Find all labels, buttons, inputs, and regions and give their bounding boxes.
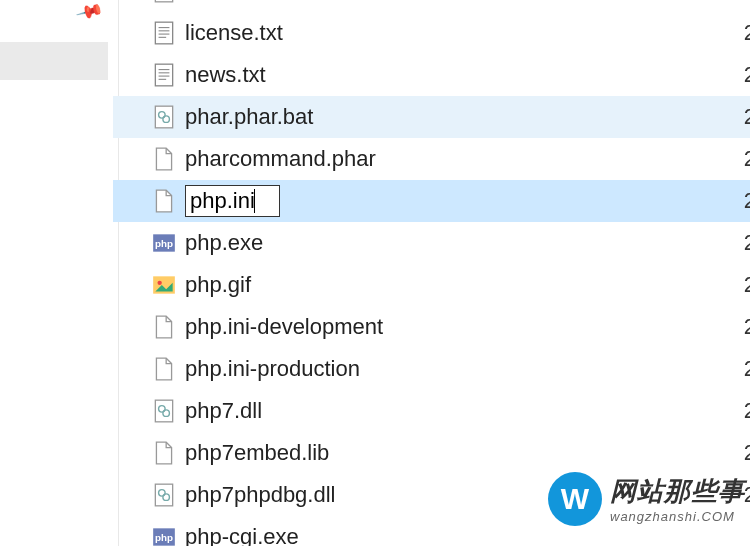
watermark-text-sub: wangzhanshi.COM — [610, 509, 745, 524]
php-exe-icon: php — [151, 524, 177, 546]
gear-dll-icon — [151, 482, 177, 508]
date-fragment: 2 — [744, 314, 750, 340]
date-fragment: 2 — [744, 272, 750, 298]
date-fragment: 2 — [744, 62, 750, 88]
file-name: php.exe — [185, 230, 263, 256]
svg-rect-3 — [155, 22, 172, 44]
gear-bat-icon — [151, 104, 177, 130]
table-row[interactable]: php7.dll2 — [113, 390, 750, 432]
date-fragment: 2 — [744, 20, 750, 46]
blank-icon — [151, 314, 177, 340]
file-name: libssh2.dll — [185, 0, 282, 4]
file-name: php.gif — [185, 272, 251, 298]
blank-icon — [151, 356, 177, 382]
php-exe-icon: php — [151, 230, 177, 256]
date-fragment: 2 — [744, 398, 750, 424]
sidebar: 📌 — [0, 0, 113, 546]
file-name: php7embed.lib — [185, 440, 329, 466]
blank-icon — [151, 146, 177, 172]
table-row[interactable]: php7embed.lib2 — [113, 432, 750, 474]
watermark-text-main: 网站那些事 — [610, 474, 745, 509]
file-name: php-cgi.exe — [185, 524, 299, 546]
date-fragment: 2 — [744, 104, 750, 130]
file-name: pharcommand.phar — [185, 146, 376, 172]
pin-icon: 📌 — [75, 0, 105, 26]
blank-icon — [151, 440, 177, 466]
file-list[interactable]: libssh2.dll2license.txt2news.txt2phar.ph… — [113, 0, 750, 546]
watermark: W 网站那些事 wangzhanshi.COM — [548, 472, 745, 526]
table-row[interactable]: libssh2.dll2 — [113, 0, 750, 12]
file-name: license.txt — [185, 20, 283, 46]
table-row[interactable]: php.gif2 — [113, 264, 750, 306]
table-row[interactable]: php.ini-production2 — [113, 348, 750, 390]
table-row[interactable]: phar.phar.bat2 — [113, 96, 750, 138]
text-icon — [151, 62, 177, 88]
table-row[interactable]: news.txt2 — [113, 54, 750, 96]
svg-text:php: php — [155, 238, 173, 249]
gear-dll-icon — [151, 0, 177, 4]
sidebar-item[interactable] — [0, 42, 108, 80]
svg-point-19 — [158, 281, 162, 285]
date-fragment: 2 — [744, 440, 750, 466]
file-name: php7phpdbg.dll — [185, 482, 335, 508]
svg-rect-0 — [155, 0, 172, 2]
date-fragment: 2 — [744, 0, 750, 4]
file-name: php.ini-production — [185, 356, 360, 382]
date-fragment: 2 — [744, 356, 750, 382]
table-row[interactable]: license.txt2 — [113, 12, 750, 54]
table-row[interactable]: php.ini-development2 — [113, 306, 750, 348]
file-name: php7.dll — [185, 398, 262, 424]
file-name: phar.phar.bat — [185, 104, 313, 130]
date-fragment: 2 — [744, 230, 750, 256]
svg-rect-8 — [155, 64, 172, 86]
gif-icon — [151, 272, 177, 298]
table-row[interactable]: pharcommand.phar2 — [113, 138, 750, 180]
file-name: php.ini-development — [185, 314, 383, 340]
table-row[interactable]: phpphp.exe2 — [113, 222, 750, 264]
svg-text:php: php — [155, 532, 173, 543]
watermark-logo: W — [548, 472, 602, 526]
rename-input[interactable]: php.ini — [185, 185, 280, 217]
date-fragment: 2 — [744, 146, 750, 172]
text-icon — [151, 20, 177, 46]
table-row[interactable]: php.ini2 — [113, 180, 750, 222]
gear-dll-icon — [151, 398, 177, 424]
file-name: news.txt — [185, 62, 266, 88]
blank-icon — [151, 188, 177, 214]
date-fragment: 2 — [744, 188, 750, 214]
